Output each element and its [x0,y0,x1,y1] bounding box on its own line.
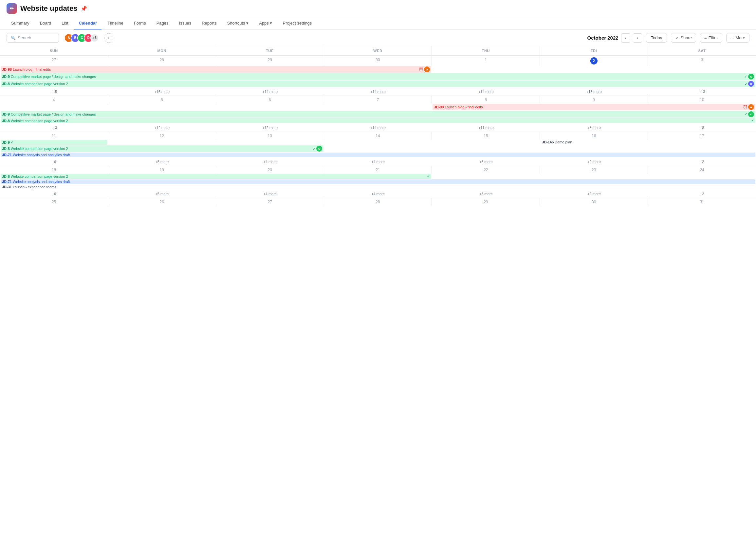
week-1: 27 28 29 30 1 2 3 JD-98 Launch blog - fi… [0,56,756,96]
tab-project-settings[interactable]: Project settings [278,17,316,29]
more-11[interactable]: +6 [51,159,57,164]
cell-28: 28 [108,56,216,66]
month-title: October 2022 [587,35,618,41]
event-jd98-w1[interactable]: JD-98 Launch blog - final edits ⏰ A [1,66,431,73]
more-2[interactable]: +13 more [586,89,602,94]
nav-tabs: Summary Board List Calendar Timeline For… [0,17,756,30]
more-30[interactable]: +14 more [370,89,386,94]
tab-timeline[interactable]: Timeline [103,17,128,29]
more-8[interactable]: +11 more [478,125,494,130]
more-4[interactable]: +13 [50,125,58,130]
more-button[interactable]: ··· More [726,33,749,43]
avatar-event-3: B [748,81,754,87]
avatar-more[interactable]: +3 [90,34,99,42]
add-member-button[interactable]: + [104,33,113,43]
more-label: More [735,35,745,40]
event-jd9-inline[interactable]: JD-9 ✓ [1,140,107,145]
event-jd8-w4[interactable]: JD-8 Website comparison page version 2 ✓ [1,174,431,179]
more-29[interactable]: +14 more [262,89,278,94]
today-button[interactable]: Today [646,33,667,43]
more-5[interactable]: +12 more [154,125,170,130]
filter-icon: ≡ [704,35,707,40]
event-jd31-w4[interactable]: JD-31 Launch - experience teams [1,185,755,189]
more-20[interactable]: +4 more [263,192,277,196]
week-4-event-row-1: JD-8 Website comparison page version 2 ✓ [0,174,756,179]
more-22[interactable]: +3 more [479,192,493,196]
more-27[interactable]: +15 [50,89,58,94]
tab-list[interactable]: List [57,17,73,29]
week-2-more-row: +13 +12 more +12 more +14 more +11 more … [0,124,756,132]
overdue-icon: ⏰ [419,67,423,72]
month-nav: October 2022 ‹ › [587,33,642,43]
more-14[interactable]: +4 more [371,159,385,164]
week-2-event-row-1: JD-98 Launch blog - final edits ⏰ A [0,104,756,111]
tab-shortcuts[interactable]: Shortcuts ▾ [223,17,253,29]
filter-label: Filter [709,35,718,40]
event-jd98-w2[interactable]: JD-98 Launch blog - final edits ⏰ A [433,104,755,110]
share-label: Share [680,35,692,40]
tab-summary[interactable]: Summary [7,17,34,29]
event-jd8-w2[interactable]: JD-8 Website comparison page version 2 ✓ [1,118,755,123]
search-label: Search [18,35,31,40]
tab-apps[interactable]: Apps ▾ [254,17,277,29]
more-6[interactable]: +12 more [262,125,278,130]
event-jd9-w2[interactable]: JD-9 Competitive market page / design an… [1,111,755,118]
more-19[interactable]: +5 more [155,192,169,196]
tab-calendar[interactable]: Calendar [74,17,102,29]
more-13[interactable]: +4 more [263,159,277,164]
more-9[interactable]: +8 more [587,125,601,130]
more-16[interactable]: +2 more [587,159,601,164]
cell-30: 30 [324,56,432,66]
tab-reports[interactable]: Reports [197,17,221,29]
header-fri: FRI [540,46,648,56]
prev-month-button[interactable]: ‹ [621,33,630,43]
event-jd71-w3[interactable]: JD-71 Website analysis and analytics dra… [1,153,755,157]
week-4-more-row: +6 +5 more +4 more +4 more +3 more +2 mo… [0,190,756,198]
cell-oct2: 2 [540,56,648,66]
week-2-event-row-3: JD-8 Website comparison page version 2 ✓ [0,118,756,123]
avatars-group: A B C D +3 [64,33,99,43]
event-jd71-w4[interactable]: JD-71 Website analysis and analytics dra… [1,179,755,184]
event-jd8-w3[interactable]: JD-8 Website comparison page version 2 ✓… [1,145,323,152]
more-15[interactable]: +3 more [479,159,493,164]
avatar-event: A [424,66,430,72]
tab-forms[interactable]: Forms [129,17,151,29]
week-3-event-row-1: JD-8 Website comparison page version 2 ✓… [0,145,756,152]
share-button[interactable]: ⤢ Share [671,33,696,43]
event-id: JD-9 [2,140,10,144]
header-tue: TUE [216,46,324,56]
tab-board[interactable]: Board [35,17,56,29]
more-3[interactable]: +13 [698,89,706,94]
more-24[interactable]: +2 [699,192,705,196]
event-id: JD-9 [2,75,10,79]
app-title: Website updates [20,4,77,13]
more-12[interactable]: +5 more [155,159,169,164]
header-thu: THU [432,46,540,56]
event-id: JD-31 [2,185,12,189]
filter-button[interactable]: ≡ Filter [700,33,722,43]
more-23[interactable]: +2 more [587,192,601,196]
more-10[interactable]: +8 [699,125,705,130]
more-17[interactable]: +2 [699,159,705,164]
search-icon: 🔍 [11,36,16,40]
tab-issues[interactable]: Issues [175,17,196,29]
more-dots-icon: ··· [730,35,734,40]
search-box[interactable]: 🔍 Search [7,33,59,43]
week-4-event-row-2: JD-71 Website analysis and analytics dra… [0,179,756,184]
more-1[interactable]: +14 more [478,89,494,94]
more-7[interactable]: +14 more [370,125,386,130]
event-jd145[interactable]: JD-145 Demo plan [541,140,647,144]
event-id: JD-98 [434,105,444,109]
tab-pages[interactable]: Pages [152,17,173,29]
week-5-empty [0,206,756,232]
more-18[interactable]: +6 [51,192,57,196]
event-id: JD-8 [2,174,10,178]
more-28[interactable]: +15 more [154,89,170,94]
more-21[interactable]: +4 more [371,192,385,196]
pin-icon[interactable]: 📌 [81,6,87,12]
event-jd8-w1[interactable]: JD-8 Website comparison page version 2 ✓… [1,81,755,87]
next-month-button[interactable]: › [633,33,642,43]
week-3-day-nums: 11 12 13 14 15 16 17 [0,132,756,139]
week-1-more-row: +15 +15 more +14 more +14 more +14 more … [0,88,756,96]
event-jd9-w1[interactable]: JD-9 Competitive market page / design an… [1,73,755,80]
